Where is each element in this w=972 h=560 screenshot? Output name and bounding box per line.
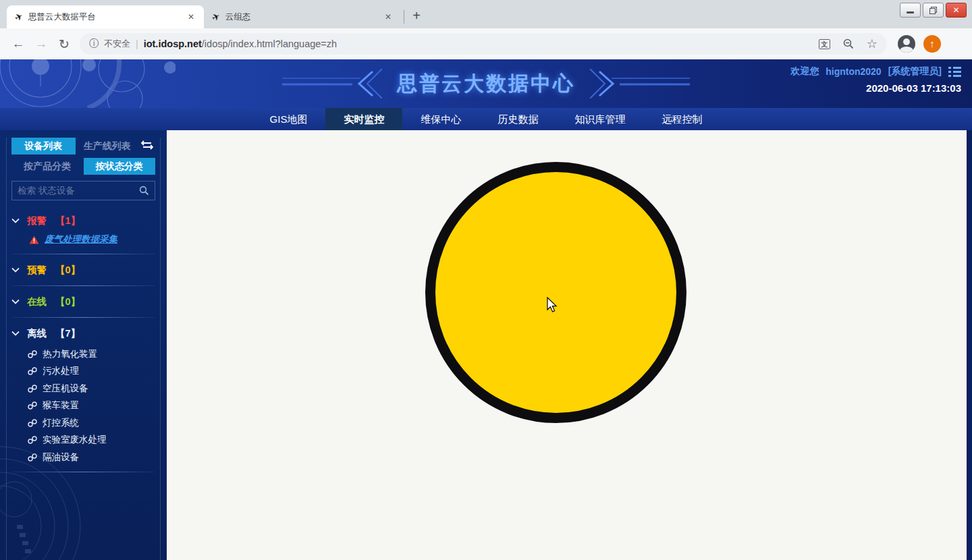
offline-device-item[interactable]: 灯控系统 <box>28 414 155 432</box>
forward-icon[interactable]: → <box>30 36 53 51</box>
username[interactable]: hignton2020 <box>826 66 881 77</box>
browser-update-icon[interactable]: ↑ <box>923 35 941 53</box>
content-area: 设备列表 生产线列表 按产品分类 按状态分类 <box>0 130 972 560</box>
offline-device-label[interactable]: 热力氧化装置 <box>43 348 97 360</box>
back-icon[interactable]: ← <box>7 36 30 51</box>
tree-group-warning[interactable]: 预警【0】 <box>11 259 155 281</box>
tab-title: 思普云大数据平台 <box>28 11 180 23</box>
search-icon[interactable] <box>139 186 149 196</box>
chevron-down-icon <box>11 299 20 304</box>
broken-link-icon <box>28 385 37 393</box>
alarm-device-label[interactable]: 废气处理数据采集 <box>45 233 117 246</box>
tab-by-status[interactable]: 按状态分类 <box>84 158 156 175</box>
nav-item-gis-map[interactable]: GIS地图 <box>252 108 326 130</box>
web-page: 思普云大数据中心 欢迎您 hignton2020 [系统管理员] 2020-06… <box>0 59 972 560</box>
offline-device-list: 热力氧化装置 污水处理 空压机设备 <box>11 345 155 466</box>
info-icon[interactable]: ⓘ <box>89 38 99 50</box>
divider <box>11 317 155 318</box>
device-search-box <box>11 181 155 200</box>
broken-link-icon <box>28 453 37 461</box>
close-icon: ✕ <box>952 5 959 15</box>
page-title: 思普云大数据中心 <box>397 70 575 98</box>
url-separator: | <box>136 38 138 49</box>
site-header: 思普云大数据中心 欢迎您 hignton2020 [系统管理员] 2020-06… <box>0 59 972 108</box>
chevron-down-icon <box>11 267 20 273</box>
tree-group-offline[interactable]: 离线【7】 <box>11 323 155 344</box>
chevron-down-icon <box>11 218 20 223</box>
title-right-bracket-decoration <box>589 69 690 99</box>
broken-link-icon <box>28 367 37 375</box>
browser-url-bar: ← → ↻ ⓘ 不安全 | iot.idosp.net /idosp/index… <box>0 28 972 59</box>
security-label: 不安全 <box>104 38 130 50</box>
offline-device-label[interactable]: 隔油设备 <box>43 451 79 464</box>
tab-by-product[interactable]: 按产品分类 <box>11 158 84 175</box>
tree-group-alarm[interactable]: 报警【1】 <box>11 210 155 231</box>
url-path: /idosp/index.html?language=zh <box>202 38 337 49</box>
nav-item-remote-control[interactable]: 远程控制 <box>643 108 720 130</box>
window-close-button[interactable]: ✕ <box>946 3 967 18</box>
url-host: iot.idosp.net <box>144 38 202 49</box>
nav-item-knowledge-base[interactable]: 知识库管理 <box>556 108 643 130</box>
tab-production-line-list[interactable]: 生产线列表 <box>76 138 140 155</box>
device-sidebar: 设备列表 生产线列表 按产品分类 按状态分类 <box>0 130 167 560</box>
yellow-circle-graphic[interactable] <box>425 162 686 423</box>
welcome-label: 欢迎您 <box>790 65 819 78</box>
address-field[interactable]: ⓘ 不安全 | iot.idosp.net /idosp/index.html?… <box>80 33 887 55</box>
offline-device-label[interactable]: 污水处理 <box>43 365 79 377</box>
offline-device-label[interactable]: 空压机设备 <box>43 383 88 395</box>
tab-title: 云组态 <box>225 11 377 23</box>
warning-triangle-icon <box>29 235 39 244</box>
datetime-display: 2020-06-03 17:13:03 <box>790 82 961 94</box>
window-restore-button[interactable] <box>923 3 944 18</box>
broken-link-icon <box>28 436 37 444</box>
nav-item-history-data[interactable]: 历史数据 <box>479 108 556 130</box>
minimize-icon <box>907 11 914 13</box>
profile-avatar[interactable] <box>898 35 915 53</box>
title-left-bracket-decoration <box>282 69 383 99</box>
bookmark-star-icon[interactable]: ☆ <box>867 36 878 51</box>
translate-icon[interactable]: 文 <box>819 39 830 49</box>
offline-device-item[interactable]: 热力氧化装置 <box>28 345 155 363</box>
new-tab-button[interactable]: + <box>407 7 426 26</box>
broken-link-icon <box>28 419 37 427</box>
offline-device-item[interactable]: 隔油设备 <box>28 449 155 466</box>
broken-link-icon <box>28 401 37 410</box>
window-controls: ✕ <box>900 3 967 18</box>
window-minimize-button[interactable] <box>900 3 921 18</box>
browser-tab-2[interactable]: ✈ 云组态 ✕ <box>204 5 401 28</box>
swap-icon[interactable] <box>139 140 155 152</box>
tab-separator <box>404 10 404 24</box>
user-role: [系统管理员] <box>888 65 942 78</box>
nav-item-maintenance-center[interactable]: 维保中心 <box>402 108 479 130</box>
monitor-canvas[interactable] <box>167 130 967 560</box>
divider <box>11 254 155 254</box>
nav-item-realtime-monitor[interactable]: 实时监控 <box>325 108 402 130</box>
offline-device-label[interactable]: 实验室废水处理 <box>43 434 107 446</box>
zoom-out-icon[interactable] <box>842 38 855 50</box>
divider <box>11 472 155 472</box>
alarm-device-link[interactable]: 废气处理数据采集 <box>29 233 155 246</box>
offline-device-item[interactable]: 污水处理 <box>28 363 155 381</box>
main-navigation: GIS地图 实时监控 维保中心 历史数据 知识库管理 远程控制 <box>0 108 972 130</box>
chevron-down-icon <box>11 331 20 336</box>
offline-device-item[interactable]: 实验室废水处理 <box>28 432 155 449</box>
divider <box>11 285 155 286</box>
device-status-tree: 报警【1】 废气处理数据采集 预警【0】 在线【0】 <box>11 210 155 472</box>
device-search-input[interactable] <box>18 186 139 196</box>
tab-favicon-icon: ✈ <box>13 10 25 24</box>
menu-list-icon[interactable] <box>948 67 961 77</box>
restore-icon <box>929 7 937 14</box>
offline-device-label[interactable]: 猴车装置 <box>43 399 79 412</box>
reload-icon[interactable]: ↻ <box>53 36 76 52</box>
tab-favicon-icon: ✈ <box>210 10 222 24</box>
tab-close-icon[interactable]: ✕ <box>382 11 394 23</box>
tree-group-online[interactable]: 在线【0】 <box>11 291 155 312</box>
offline-device-label[interactable]: 灯控系统 <box>43 417 79 429</box>
tab-device-list[interactable]: 设备列表 <box>11 138 76 155</box>
offline-device-item[interactable]: 猴车装置 <box>28 397 155 415</box>
browser-tab-bar: ✈ 思普云大数据平台 ✕ ✈ 云组态 ✕ + ✕ <box>0 0 972 28</box>
browser-tab-1[interactable]: ✈ 思普云大数据平台 ✕ <box>7 5 204 28</box>
offline-device-item[interactable]: 空压机设备 <box>28 380 155 397</box>
tab-close-icon[interactable]: ✕ <box>185 11 197 23</box>
broken-link-icon <box>28 350 37 358</box>
